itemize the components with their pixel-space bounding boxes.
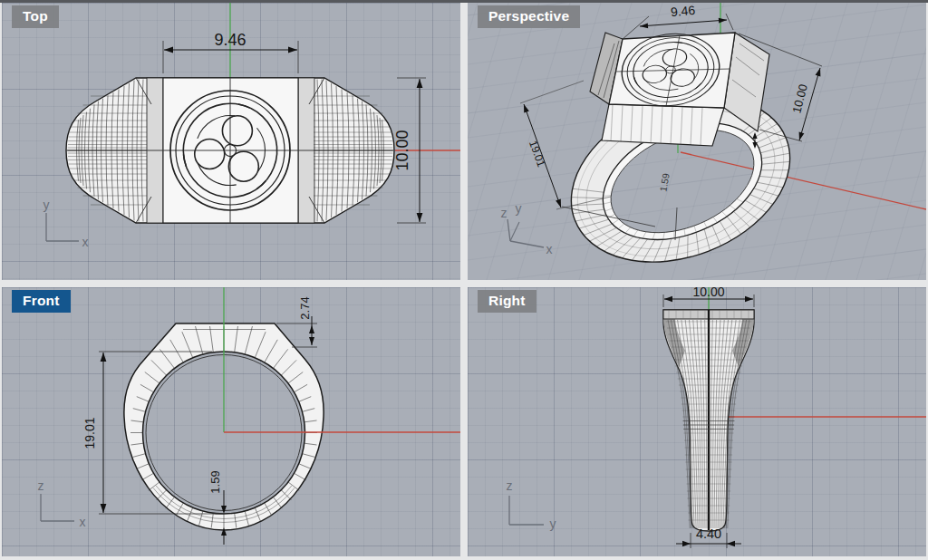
axis-x-label: x <box>546 242 553 256</box>
dim-band-persp-label: 1.59 <box>657 172 671 192</box>
viewport-top-label[interactable]: Top <box>12 5 59 28</box>
axis-y-label: y <box>550 517 556 531</box>
cad-four-view-workspace: Top 9.46 10.00 y x Perspective 2.74 1.59… <box>0 0 928 560</box>
viewport-right-label[interactable]: Right <box>478 290 536 313</box>
top-view-canvas: 9.46 10.00 y x <box>2 3 460 280</box>
dim-band-label: 1.59 <box>208 470 222 493</box>
dim-top-width-label: 10.00 <box>692 287 724 299</box>
axis-z-label: z <box>38 478 44 493</box>
viewport-right[interactable]: Right 10.00 4.40 z y <box>468 287 926 556</box>
dim-face-height-label: 10.00 <box>393 130 411 170</box>
viewport-perspective-label[interactable]: Perspective <box>478 5 580 28</box>
dim-diameter-label: 19.01 <box>82 417 97 449</box>
axis-y-label: y <box>516 201 522 216</box>
viewport-front-label[interactable]: Front <box>12 290 71 313</box>
viewport-top[interactable]: Top 9.46 10.00 y x <box>2 3 460 280</box>
viewport-perspective[interactable]: Perspective 2.74 1.59 9.46 10.00 19.01 z… <box>468 3 926 280</box>
axis-x-label: x <box>82 235 89 249</box>
viewport-front[interactable]: Front 19.01 2.74 1.59 z x <box>2 287 460 556</box>
perspective-view-canvas: 2.74 1.59 9.46 10.00 19.01 z y x <box>468 3 926 280</box>
front-view-canvas: 19.01 2.74 1.59 z x <box>2 287 460 556</box>
axis-y-label: y <box>44 198 50 212</box>
axis-x-label: x <box>80 515 86 529</box>
axis-z-label: z <box>501 206 508 220</box>
dim-bezel-label: 2.74 <box>298 296 312 319</box>
dim-width-persp-label: 9.46 <box>670 3 696 19</box>
right-view-canvas: 10.00 4.40 z y <box>468 287 926 556</box>
dim-face-width-label: 9.46 <box>214 31 246 49</box>
dim-height-persp-label: 10.00 <box>789 82 809 114</box>
axis-z-label: z <box>507 478 513 493</box>
dim-bottom-width-label: 4.40 <box>696 526 721 541</box>
